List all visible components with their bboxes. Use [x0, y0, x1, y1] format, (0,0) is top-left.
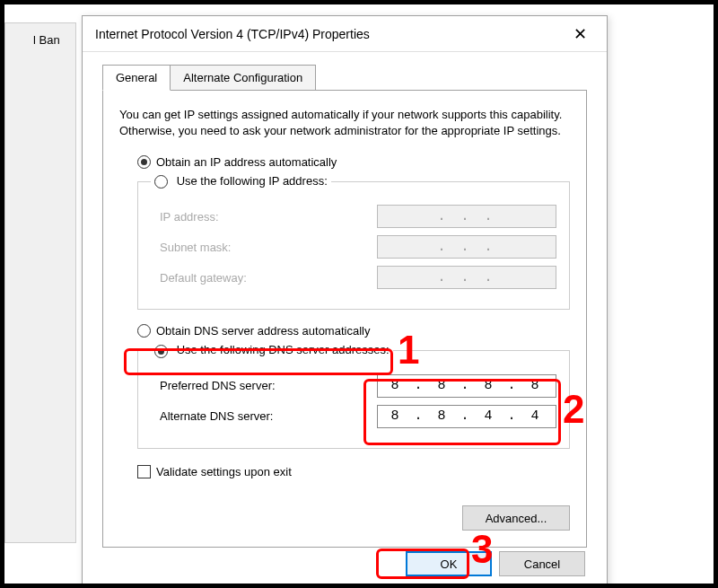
subnet-mask-label: Subnet mask: — [160, 241, 232, 254]
radio-dns-auto[interactable]: Obtain DNS server address automatically — [119, 324, 570, 338]
tab-content-general: You can get IP settings assigned automat… — [102, 90, 587, 548]
radio-icon — [154, 345, 168, 358]
validate-settings-checkbox[interactable]: Validate settings upon exit — [119, 465, 570, 478]
radio-label: Obtain an IP address automatically — [156, 155, 337, 169]
description-text: You can get IP settings assigned automat… — [119, 107, 570, 139]
ipv4-properties-dialog: Internet Protocol Version 4 (TCP/IPv4) P… — [82, 15, 608, 588]
ok-button[interactable]: OK — [406, 551, 492, 576]
tab-alternate-configuration[interactable]: Alternate Configuration — [170, 65, 316, 91]
preferred-dns-label: Preferred DNS server: — [160, 379, 276, 392]
alternate-dns-label: Alternate DNS server: — [160, 409, 273, 423]
checkbox-label: Validate settings upon exit — [156, 465, 292, 478]
subnet-mask-input: . . . — [377, 235, 556, 259]
ip-address-label: IP address: — [160, 210, 219, 224]
ip-address-input: . . . — [377, 205, 556, 228]
close-icon[interactable]: ✕ — [563, 21, 598, 48]
fieldset-dns-manual: Use the following DNS server addresses: … — [137, 343, 570, 448]
background-label: l Ban — [33, 33, 60, 47]
preferred-dns-input[interactable]: 8 . 8 . 8 . 8 — [377, 374, 556, 398]
radio-label: Obtain DNS server address automatically — [156, 324, 370, 338]
radio-icon — [137, 324, 151, 338]
background-window — [4, 22, 76, 543]
tab-strip: General Alternate Configuration — [102, 65, 607, 91]
radio-label: Use the following IP address: — [177, 174, 328, 188]
tab-general[interactable]: General — [102, 65, 171, 91]
dialog-button-row: OK Cancel — [406, 551, 585, 576]
radio-ip-auto[interactable]: Obtain an IP address automatically — [119, 155, 570, 169]
advanced-button[interactable]: Advanced... — [462, 505, 570, 531]
checkbox-icon — [137, 465, 151, 478]
default-gateway-label: Default gateway: — [160, 271, 247, 285]
alternate-dns-input[interactable]: 8 . 8 . 4 . 4 — [377, 405, 556, 428]
titlebar: Internet Protocol Version 4 (TCP/IPv4) P… — [83, 16, 607, 52]
fieldset-ip-manual: Use the following IP address: IP address… — [137, 174, 570, 310]
radio-label: Use the following DNS server addresses: — [177, 343, 390, 356]
dialog-title: Internet Protocol Version 4 (TCP/IPv4) P… — [95, 27, 370, 41]
radio-dns-manual[interactable]: Use the following DNS server addresses: — [151, 343, 393, 357]
default-gateway-input: . . . — [377, 266, 556, 289]
cancel-button[interactable]: Cancel — [499, 551, 585, 576]
radio-icon — [137, 155, 151, 169]
radio-ip-manual[interactable]: Use the following IP address: — [151, 174, 331, 189]
radio-icon — [154, 175, 168, 189]
